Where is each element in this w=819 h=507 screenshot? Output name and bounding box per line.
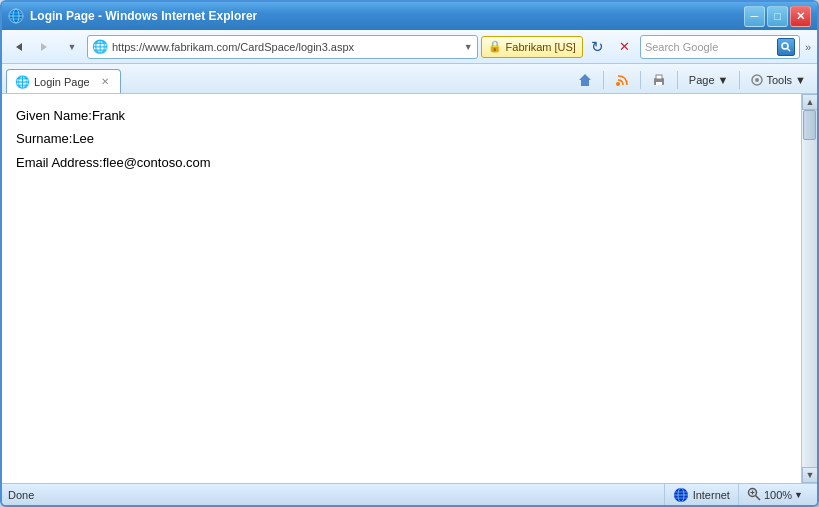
minimize-button[interactable]: ─ [744, 6, 765, 27]
svg-line-8 [787, 48, 790, 51]
toolbar-separator-2 [640, 71, 641, 89]
svg-rect-13 [656, 82, 662, 85]
address-bar[interactable]: 🌐 https://www.fabrikam.com/CardSpace/log… [87, 35, 478, 59]
nav-overflow-button[interactable]: » [803, 41, 813, 53]
given-name-line: Given Name:Frank [16, 104, 787, 127]
svg-rect-12 [656, 75, 662, 79]
navigation-bar: ▼ 🌐 https://www.fabrikam.com/CardSpace/l… [2, 30, 817, 64]
address-icon: 🌐 [92, 39, 108, 54]
security-badge[interactable]: 🔒 Fabrikam [US] [481, 36, 583, 58]
zone-section: Internet [664, 484, 738, 505]
given-name-label: Given Name: [16, 108, 92, 123]
zoom-icon [747, 487, 761, 503]
refresh-button[interactable]: ↻ [586, 35, 610, 59]
email-line: Email Address:flee@contoso.com [16, 151, 787, 174]
forward-button[interactable] [33, 34, 57, 60]
status-text: Done [8, 489, 664, 501]
page-info: Given Name:Frank Surname:Lee Email Addre… [16, 104, 787, 174]
tab-login-page[interactable]: 🌐 Login Page ✕ [6, 69, 121, 93]
surname-label: Surname: [16, 131, 72, 146]
status-bar: Done Internet [2, 483, 817, 505]
search-placeholder: Search Google [645, 41, 775, 53]
content-wrapper: Given Name:Frank Surname:Lee Email Addre… [2, 94, 817, 483]
search-box[interactable]: Search Google [640, 35, 800, 59]
tab-label: Login Page [34, 76, 90, 88]
security-badge-label: Fabrikam [US] [506, 41, 576, 53]
zone-label: Internet [693, 489, 730, 501]
email-value: flee@contoso.com [103, 155, 211, 170]
page-label: Page [689, 74, 715, 86]
close-button[interactable]: ✕ [790, 6, 811, 27]
zoom-section[interactable]: 100% ▼ [738, 484, 811, 505]
nav-dropdown-button[interactable]: ▼ [60, 34, 84, 60]
feeds-button[interactable] [608, 69, 636, 91]
browser-icon [8, 8, 24, 24]
search-button[interactable] [777, 38, 795, 56]
surname-line: Surname:Lee [16, 127, 787, 150]
stop-button[interactable]: ✕ [613, 35, 637, 59]
zoom-dropdown-arrow[interactable]: ▼ [794, 490, 803, 500]
svg-marker-9 [579, 74, 591, 86]
scroll-up-button[interactable]: ▲ [802, 94, 817, 110]
tools-dropdown-icon: ▼ [795, 74, 806, 86]
svg-point-15 [755, 78, 759, 82]
surname-value: Lee [72, 131, 94, 146]
window-title: Login Page - Windows Internet Explorer [30, 9, 744, 23]
svg-marker-6 [41, 43, 47, 51]
svg-marker-5 [16, 43, 22, 51]
scroll-track[interactable] [802, 110, 817, 467]
address-text: https://www.fabrikam.com/CardSpace/login… [112, 41, 460, 53]
content-area: Given Name:Frank Surname:Lee Email Addre… [2, 94, 801, 483]
tools-menu-button[interactable]: Tools ▼ [744, 69, 813, 91]
svg-point-7 [782, 43, 788, 49]
tab-favicon: 🌐 [15, 75, 30, 89]
title-bar: Login Page - Windows Internet Explorer ─… [2, 2, 817, 30]
lock-icon: 🔒 [488, 40, 502, 53]
page-dropdown-icon: ▼ [718, 74, 729, 86]
given-name-value: Frank [92, 108, 125, 123]
tab-close-button[interactable]: ✕ [98, 75, 112, 89]
zoom-value: 100% [764, 489, 792, 501]
toolbar-separator-1 [603, 71, 604, 89]
toolbar-separator-4 [739, 71, 740, 89]
address-dropdown-arrow[interactable]: ▼ [464, 42, 473, 52]
browser-window: Login Page - Windows Internet Explorer ─… [0, 0, 819, 507]
scroll-down-button[interactable]: ▼ [802, 467, 817, 483]
window-controls: ─ □ ✕ [744, 6, 811, 27]
globe-icon [673, 487, 689, 503]
tools-label: Tools [766, 74, 792, 86]
email-label: Email Address: [16, 155, 103, 170]
scroll-thumb[interactable] [803, 110, 816, 140]
back-button[interactable] [6, 34, 30, 60]
vertical-scrollbar[interactable]: ▲ ▼ [801, 94, 817, 483]
toolbar-right: Page ▼ Tools ▼ [123, 69, 813, 93]
home-button[interactable] [571, 69, 599, 91]
toolbar-separator-3 [677, 71, 678, 89]
page-menu-button[interactable]: Page ▼ [682, 69, 736, 91]
tab-bar: 🌐 Login Page ✕ [2, 64, 817, 94]
svg-point-10 [616, 82, 620, 86]
print-button[interactable] [645, 69, 673, 91]
svg-line-22 [755, 495, 760, 500]
maximize-button[interactable]: □ [767, 6, 788, 27]
